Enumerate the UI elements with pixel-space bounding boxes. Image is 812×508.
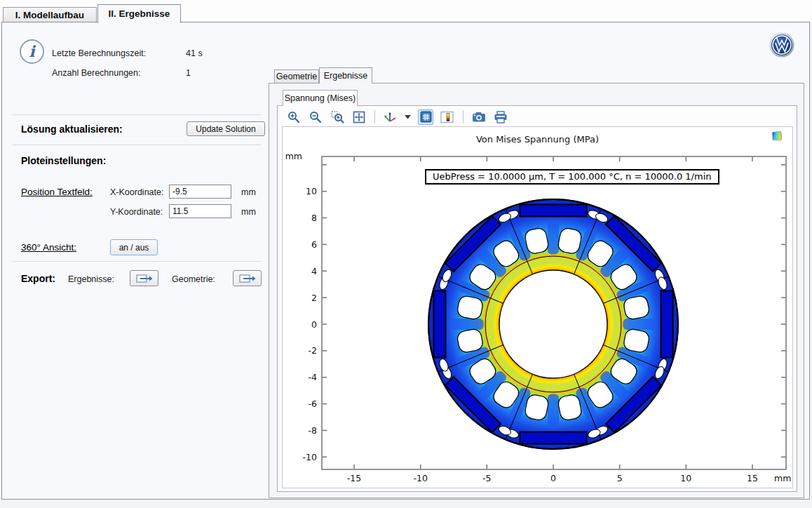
svg-text:10: 10 (306, 186, 317, 196)
separator (13, 145, 261, 145)
plot-canvas[interactable]: Von Mises Spannung (MPa) UebPress = 10.0… (282, 126, 793, 488)
x-coordinate-unit: mm (241, 187, 256, 197)
y-coordinate-input[interactable] (169, 204, 231, 218)
show-color-legend-icon[interactable] (440, 109, 455, 125)
print-icon[interactable] (493, 109, 508, 125)
last-computation-value: 41 s (186, 48, 203, 58)
y-coordinate-label: Y-Koordinate: (110, 207, 163, 217)
zoom-extents-icon[interactable] (351, 109, 367, 125)
svg-text:-8: -8 (309, 425, 318, 436)
vw-logo-icon (769, 32, 795, 58)
tab-modellaufbau[interactable]: I. Modellaufbau (3, 7, 97, 22)
toolbar-separator (463, 110, 463, 123)
svg-text:4: 4 (311, 266, 317, 276)
toolbar-separator (374, 110, 375, 123)
svg-text:-10: -10 (303, 452, 317, 462)
svg-text:-6: -6 (309, 399, 318, 409)
graphics-tab-ergebnisse[interactable]: Ergebnisse (319, 67, 372, 83)
show-grid-icon[interactable] (418, 109, 433, 125)
last-computation-label: Letzte Berechnungszeit: (52, 48, 146, 58)
export-geometry-label: Geometrie: (172, 274, 215, 284)
go-to-default-view-icon[interactable] (383, 109, 397, 125)
graphics-toolbar (286, 108, 508, 126)
export-geometry-button[interactable] (233, 270, 262, 286)
computation-count-label: Anzahl Berechnungen: (52, 68, 140, 78)
x-coordinate-input[interactable] (169, 185, 231, 199)
snapshot-camera-icon[interactable] (471, 109, 487, 125)
update-solution-heading: Lösung aktualisieren: (21, 123, 123, 135)
svg-text:8: 8 (311, 213, 317, 223)
export-icon (238, 273, 257, 284)
view-dropdown-caret-icon[interactable] (403, 109, 412, 125)
parameter-annotation-box: UebPress = 10.0000 µm, T = 100.000 °C, n… (425, 169, 719, 185)
svg-text:-15: -15 (347, 473, 361, 483)
tab-ergebnisse[interactable]: II. Ergebnisse (97, 4, 181, 23)
svg-text:0: 0 (550, 473, 556, 483)
view-360-toggle-button[interactable]: an / aus (110, 239, 158, 255)
info-icon: i (20, 39, 44, 64)
plot-settings-heading: Ploteinstellungen: (21, 155, 106, 166)
svg-text:mm: mm (285, 151, 302, 161)
svg-text:mm: mm (774, 473, 791, 483)
zoom-in-icon[interactable] (286, 109, 302, 125)
tab-spannung-mises[interactable]: Spannung (Mises) (283, 90, 358, 106)
separator (13, 261, 261, 262)
svg-text:2: 2 (311, 293, 317, 303)
export-results-label: Ergebnisse: (68, 274, 114, 284)
svg-text:5: 5 (617, 473, 623, 483)
app-window: I. Modellaufbau II. Ergebnisse i Letzte … (0, 0, 812, 508)
svg-text:15: 15 (747, 473, 758, 483)
svg-text:-10: -10 (413, 473, 427, 483)
svg-text:-5: -5 (482, 473, 491, 483)
export-results-button[interactable] (130, 270, 158, 286)
y-coordinate-unit: mm (241, 207, 256, 217)
svg-text:0: 0 (311, 319, 317, 330)
zoom-out-icon[interactable] (308, 109, 323, 125)
export-icon (135, 273, 154, 284)
update-solution-button[interactable]: Update Solution (187, 121, 265, 136)
export-heading: Export: (21, 273, 55, 284)
separator (13, 114, 261, 115)
graphics-tab-geometrie[interactable]: Geometrie (274, 69, 319, 83)
svg-text:-2: -2 (309, 345, 317, 356)
zoom-box-icon[interactable] (330, 109, 345, 125)
computation-count-value: 1 (186, 68, 191, 78)
svg-text:6: 6 (311, 239, 317, 250)
svg-text:-4: -4 (309, 372, 318, 382)
x-coordinate-label: X-Koordinate: (110, 187, 163, 197)
position-textfield-label: Position Textfeld: (21, 187, 93, 197)
view-360-label: 360° Ansicht: (21, 242, 76, 253)
svg-text:10: 10 (680, 473, 691, 483)
